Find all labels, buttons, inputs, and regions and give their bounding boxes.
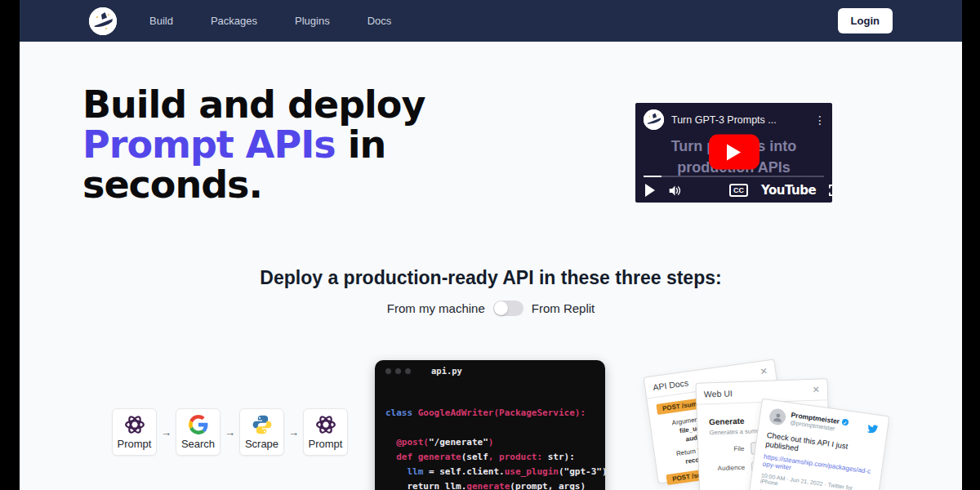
hero-title: Build and deploy Prompt APIs in seconds. (82, 85, 479, 205)
source-toggle-row: From my machine From Replit (20, 301, 962, 316)
person-icon (772, 411, 784, 423)
code-content[interactable]: class GoogleAdWriter(PackageService): @p… (375, 381, 605, 490)
hero-title-highlight: Prompt APIs (82, 122, 336, 167)
close-icon[interactable]: ✕ (812, 385, 820, 395)
code-editor-window: api.py class GoogleAdWriter(PackageServi… (375, 360, 605, 490)
tweet-names: Promptmeister✓ @promptmeister (790, 411, 849, 434)
prompt-flow-diagram: Prompt → Search → Scrape → (112, 408, 348, 456)
toggle-knob (494, 301, 508, 315)
video-play-icon[interactable] (645, 184, 655, 197)
nav-item-docs[interactable]: Docs (368, 15, 392, 27)
flow-card-prompt-2: Prompt (303, 408, 348, 456)
close-icon[interactable]: ✕ (760, 366, 768, 377)
flow-label: Prompt (309, 438, 343, 450)
google-logo-icon (188, 414, 209, 435)
flow-arrow-icon: → (225, 426, 235, 439)
nav-item-plugins[interactable]: Plugins (295, 15, 330, 27)
login-button[interactable]: Login (838, 8, 893, 33)
window-traffic-dots-icon (385, 368, 411, 374)
top-navbar: Build Packages Plugins Docs Login (20, 0, 962, 42)
flow-card-search: Search (176, 408, 220, 456)
code-editor-titlebar: api.py (375, 360, 605, 381)
file-label: File (710, 445, 744, 453)
flow-arrow-icon: → (288, 426, 299, 439)
openai-logo-icon (124, 414, 145, 435)
youtube-video-embed[interactable]: Turn GPT-3 Prompts ... ⋮ Turn prompts in… (635, 103, 832, 203)
twitter-bird-icon[interactable] (866, 421, 879, 438)
tweet-card: Promptmeister✓ @promptmeister Check out … (748, 399, 889, 490)
youtube-wordmark[interactable]: YouTube (761, 183, 816, 198)
tweet-avatar (768, 408, 787, 426)
video-title-bar: Turn GPT-3 Prompts ... ⋮ (635, 103, 832, 130)
verified-badge-icon: ✓ (841, 419, 849, 426)
flow-card-scrape: Scrape (239, 408, 284, 456)
python-logo-icon (252, 414, 273, 435)
nav-item-packages[interactable]: Packages (211, 15, 257, 27)
video-controls: CC YouTube (635, 178, 832, 203)
api-docs-title: API Docs (653, 377, 689, 392)
video-channel-avatar[interactable] (644, 109, 664, 130)
steamship-logo[interactable] (89, 7, 117, 35)
flow-card-prompt-1: Prompt (112, 408, 157, 456)
flow-label: Search (181, 438, 215, 450)
web-ui-title: Web UI (704, 388, 733, 399)
play-triangle-icon (727, 144, 741, 160)
landing-page: Build Packages Plugins Docs Login Build … (20, 0, 962, 490)
machine-replit-toggle[interactable] (493, 301, 523, 316)
video-volume-icon[interactable] (668, 185, 682, 197)
audience-label: Audience (710, 464, 745, 472)
code-filename: api.py (431, 366, 462, 376)
nav-links: Build Packages Plugins Docs (149, 15, 391, 27)
youtube-play-button[interactable] (709, 135, 760, 170)
closed-captions-icon[interactable]: CC (729, 184, 748, 197)
steamship-logo-icon (89, 7, 117, 35)
video-title[interactable]: Turn GPT-3 Prompts ... (671, 114, 777, 126)
fullscreen-icon[interactable] (829, 185, 832, 196)
video-progress-elapsed (644, 176, 662, 177)
steamship-logo-icon (644, 109, 664, 130)
hero-title-pre: Build and deploy (82, 82, 425, 127)
flow-label: Scrape (245, 438, 278, 450)
toggle-label-replit: From Replit (532, 301, 595, 315)
nav-item-build[interactable]: Build (149, 15, 173, 27)
openai-logo-icon (315, 414, 336, 435)
flow-label: Prompt (118, 438, 152, 450)
video-menu-icon[interactable]: ⋮ (814, 115, 826, 125)
video-progress-bar[interactable] (644, 176, 824, 177)
flow-arrow-icon: → (161, 426, 172, 439)
steps-heading: Deploy a production-ready API in these t… (20, 267, 962, 289)
toggle-label-machine: From my machine (387, 301, 485, 315)
